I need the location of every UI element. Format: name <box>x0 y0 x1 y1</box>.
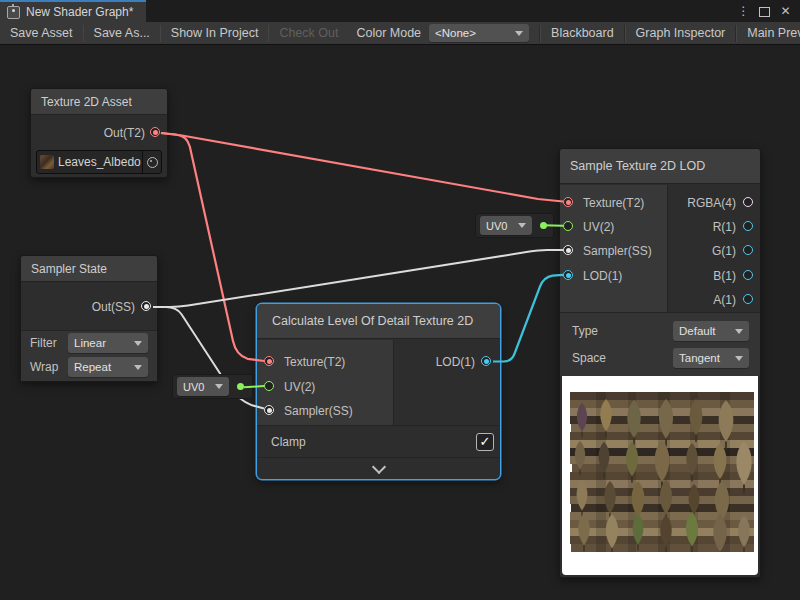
shader-graph-toolbar: Save Asset Save As... Show In Project Ch… <box>0 22 800 45</box>
chevron-down-icon <box>735 356 743 361</box>
input-port-texture[interactable] <box>563 197 573 207</box>
input-label-lod: LOD(1) <box>583 269 622 283</box>
output-label-a: A(1) <box>713 293 736 307</box>
chevron-down-icon <box>515 31 523 36</box>
output-label-b: B(1) <box>713 269 736 283</box>
node-sampler-state[interactable]: Sampler State Out(SS) Filter Linear Wrap… <box>20 255 158 382</box>
leaves-texture-image <box>570 392 754 552</box>
chevron-down-icon <box>215 384 223 389</box>
type-label: Type <box>572 324 598 338</box>
show-in-project-button[interactable]: Show In Project <box>161 22 269 44</box>
uv-channel-dropdown[interactable]: UV0 <box>177 377 229 396</box>
window-controls: ⋮ ✕ <box>733 0 800 22</box>
output-label-g: G(1) <box>712 244 736 258</box>
node-title: Sampler State <box>21 256 157 282</box>
chevron-down-icon <box>735 329 743 334</box>
object-picker-icon <box>147 157 158 168</box>
main-preview-toggle-button[interactable]: Main Preview <box>737 22 800 44</box>
output-ports-section <box>393 340 500 425</box>
window-menu-icon[interactable]: ⋮ <box>733 0 754 22</box>
texture-object-field[interactable]: Leaves_Albedo <box>36 150 162 174</box>
check-out-button: Check Out <box>269 22 348 44</box>
output-port-r[interactable] <box>743 221 753 231</box>
input-label-uv: UV(2) <box>583 220 614 234</box>
uv-connection-dot <box>540 222 547 229</box>
node-sample-texture-2d-lod[interactable]: Sample Texture 2D LOD Texture(T2) UV(2) … <box>559 148 761 578</box>
output-port-a[interactable] <box>743 294 753 304</box>
maximize-glyph <box>759 7 770 17</box>
input-label-texture: Texture(T2) <box>583 196 644 210</box>
wire-texture-to-calculate[interactable] <box>161 133 264 361</box>
input-label-sampler: Sampler(SS) <box>583 244 652 258</box>
calculate-uv-default-widget: UV0 <box>172 374 253 399</box>
type-value: Default <box>679 325 715 337</box>
space-dropdown[interactable]: Tangent <box>673 348 749 368</box>
clamp-checkbox[interactable]: ✓ <box>476 433 494 451</box>
save-as-button[interactable]: Save As... <box>84 22 160 44</box>
chevron-down-icon <box>134 341 142 346</box>
maximize-icon[interactable] <box>754 0 775 22</box>
input-port-uv[interactable] <box>563 221 573 231</box>
port-label-out-ss: Out(SS) <box>92 300 135 314</box>
blackboard-toggle-button[interactable]: Blackboard <box>541 22 624 44</box>
output-port-b[interactable] <box>743 270 753 280</box>
node-texture-2d-asset[interactable]: Texture 2D Asset Out(T2) Leaves_Albedo <box>30 88 168 178</box>
wire-texture-to-sample[interactable] <box>161 133 563 202</box>
object-picker-button[interactable] <box>142 151 161 173</box>
clamp-row: Clamp ✓ <box>257 425 500 458</box>
input-port-uv[interactable] <box>264 381 274 391</box>
window-tab-bar: New Shader Graph* ⋮ ✕ <box>0 0 800 22</box>
type-dropdown[interactable]: Default <box>673 321 749 341</box>
chevron-down-icon <box>134 365 142 370</box>
node-title: Sample Texture 2D LOD <box>560 149 760 184</box>
input-port-sampler[interactable] <box>264 405 274 415</box>
graph-inspector-toggle-button[interactable]: Graph Inspector <box>626 22 736 44</box>
save-asset-button[interactable]: Save Asset <box>0 22 83 44</box>
filter-label: Filter <box>30 336 57 350</box>
input-port-sampler[interactable] <box>563 245 573 255</box>
filter-value: Linear <box>74 337 106 349</box>
shader-graph-asset-icon <box>7 6 20 19</box>
wrap-value: Repeat <box>74 361 111 373</box>
wrap-dropdown[interactable]: Repeat <box>68 357 148 377</box>
output-port-out-t2[interactable] <box>150 127 160 137</box>
output-label-lod: LOD(1) <box>436 355 475 369</box>
tab-title: New Shader Graph* <box>26 5 133 19</box>
collapse-preview-button[interactable] <box>257 457 500 479</box>
output-port-rgba[interactable] <box>743 197 753 207</box>
tab-new-shader-graph[interactable]: New Shader Graph* <box>0 0 146 22</box>
node-title: Texture 2D Asset <box>31 89 167 115</box>
node-calculate-lod-texture-2d[interactable]: Calculate Level Of Detail Texture 2D Tex… <box>256 303 501 480</box>
input-label-texture: Texture(T2) <box>284 355 345 369</box>
uv-connection-dot <box>237 383 244 390</box>
output-label-r: R(1) <box>713 220 736 234</box>
filter-dropdown[interactable]: Linear <box>68 333 148 353</box>
output-port-g[interactable] <box>743 245 753 255</box>
output-label-rgba: RGBA(4) <box>687 196 736 210</box>
uv-channel-dropdown[interactable]: UV0 <box>480 216 532 235</box>
chevron-down-icon <box>371 459 385 473</box>
space-value: Tangent <box>679 352 720 364</box>
color-mode-value: <None> <box>435 27 476 39</box>
wrap-label: Wrap <box>30 360 58 374</box>
wire-lod-to-sample[interactable] <box>493 275 563 362</box>
chevron-down-icon <box>518 223 526 228</box>
input-port-lod[interactable] <box>563 270 573 280</box>
output-port-lod[interactable] <box>481 356 491 366</box>
uv-channel-value: UV0 <box>486 220 507 232</box>
texture-name: Leaves_Albedo <box>58 155 141 169</box>
node-title: Calculate Level Of Detail Texture 2D <box>257 304 500 339</box>
input-port-texture[interactable] <box>264 356 274 366</box>
color-mode-label: Color Mode <box>348 26 429 40</box>
color-mode-dropdown[interactable]: <None> <box>429 24 529 42</box>
input-label-sampler: Sampler(SS) <box>284 404 353 418</box>
output-port-out-ss[interactable] <box>141 301 151 311</box>
input-label-uv: UV(2) <box>284 380 315 394</box>
wire-sampler-to-sample[interactable] <box>153 250 563 307</box>
clamp-label: Clamp <box>271 435 306 449</box>
texture-thumbnail <box>40 155 54 169</box>
port-label-out-t2: Out(T2) <box>104 126 145 140</box>
node-preview-image <box>562 376 758 575</box>
uv-channel-value: UV0 <box>183 381 204 393</box>
close-icon[interactable]: ✕ <box>775 0 796 22</box>
